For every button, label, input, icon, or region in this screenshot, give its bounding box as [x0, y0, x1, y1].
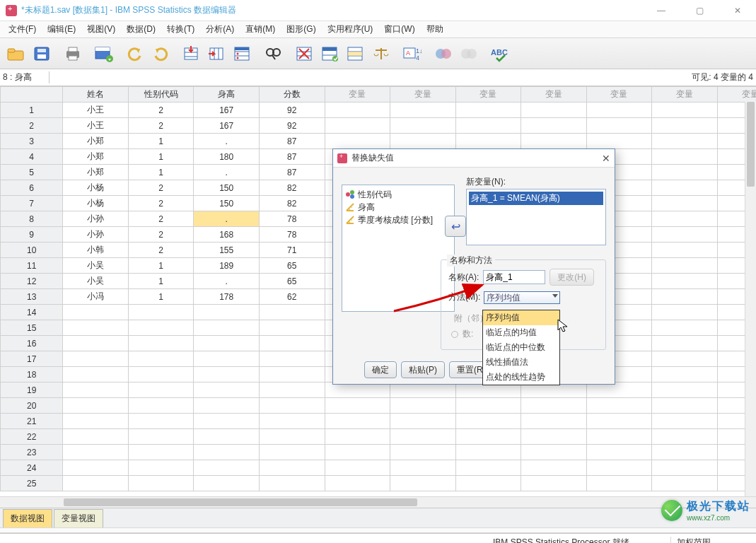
grid-cell[interactable] — [521, 460, 587, 476]
grid-cell[interactable] — [652, 118, 718, 134]
grid-cell[interactable] — [652, 165, 718, 180]
menu-analyze[interactable]: 分析(A) — [202, 22, 238, 37]
menu-data[interactable]: 数据(D) — [122, 22, 160, 37]
grid-cell[interactable] — [652, 243, 718, 258]
grid-cell[interactable]: 92 — [259, 118, 325, 134]
row-header[interactable]: 24 — [1, 460, 63, 476]
grid-cell[interactable] — [128, 383, 194, 398]
grid-cell[interactable]: 1 — [128, 165, 194, 180]
table-row[interactable]: 3小郑1.87 — [1, 134, 757, 149]
grid-cell[interactable] — [455, 103, 521, 118]
grid-cell[interactable] — [63, 320, 129, 336]
grid-cell[interactable] — [325, 476, 390, 491]
var-item[interactable]: 性别代码 — [358, 189, 392, 201]
print-icon[interactable] — [61, 42, 85, 66]
col-height[interactable]: 身高 — [194, 87, 260, 103]
grid-cell[interactable]: 2 — [128, 227, 194, 243]
redo-icon[interactable] — [149, 42, 173, 66]
grid-cell[interactable] — [652, 367, 718, 383]
grid-cell[interactable] — [259, 398, 325, 414]
grid-cell[interactable] — [128, 429, 194, 445]
col-empty[interactable]: 变量 — [455, 87, 521, 103]
grid-cell[interactable] — [652, 351, 718, 367]
row-header[interactable]: 23 — [1, 445, 63, 460]
grid-cell[interactable] — [259, 460, 325, 476]
grid-cell[interactable] — [586, 103, 652, 118]
row-header[interactable]: 18 — [1, 367, 63, 383]
grid-cell[interactable] — [521, 398, 587, 414]
grid-cell[interactable] — [652, 258, 718, 274]
grid-cell[interactable] — [455, 476, 521, 491]
grid-cell[interactable] — [63, 476, 129, 491]
grid-cell[interactable] — [194, 476, 260, 491]
menu-utilities[interactable]: 实用程序(U) — [323, 22, 378, 37]
grid-cell[interactable] — [128, 305, 194, 320]
grid-cell[interactable]: 小杨 — [63, 180, 129, 196]
grid-cell[interactable] — [259, 336, 325, 351]
grid-cell[interactable] — [455, 445, 521, 460]
grid-cell[interactable] — [390, 414, 456, 429]
grid-cell[interactable] — [455, 118, 521, 134]
grid-cell[interactable]: 150 — [194, 196, 260, 211]
grid-cell[interactable]: 小吴 — [63, 258, 129, 274]
col-name[interactable]: 姓名 — [63, 87, 129, 103]
dialog-close-icon[interactable]: ✕ — [602, 153, 610, 164]
grid-cell[interactable]: 87 — [259, 149, 325, 165]
grid-cell[interactable] — [128, 398, 194, 414]
sets-icon[interactable] — [431, 42, 455, 66]
grid-cell[interactable] — [390, 429, 456, 445]
row-header[interactable]: 12 — [1, 274, 63, 289]
grid-cell[interactable]: 2 — [128, 180, 194, 196]
grid-cell[interactable] — [652, 414, 718, 429]
tab-variable-view[interactable]: 变量视图 — [54, 509, 103, 527]
grid-cell[interactable] — [194, 320, 260, 336]
open-icon[interactable] — [4, 42, 28, 66]
vertical-scrollbar[interactable] — [745, 102, 756, 496]
grid-cell[interactable]: 1 — [128, 274, 194, 289]
grid-cell[interactable] — [652, 149, 718, 165]
grid-cell[interactable] — [259, 476, 325, 491]
close-button[interactable]: ✕ — [725, 6, 750, 16]
grid-cell[interactable] — [194, 367, 260, 383]
grid-cell[interactable] — [586, 445, 652, 460]
select-cases-icon[interactable] — [344, 42, 368, 66]
move-right-button[interactable]: ↩ — [445, 216, 466, 237]
grid-cell[interactable]: 2 — [128, 196, 194, 211]
col-empty[interactable]: 变量 — [652, 87, 718, 103]
grid-cell[interactable] — [259, 367, 325, 383]
grid-cell[interactable] — [521, 476, 587, 491]
grid-cell[interactable] — [455, 398, 521, 414]
grid-cell[interactable]: 178 — [194, 289, 260, 305]
table-row[interactable]: 23 — [1, 445, 757, 460]
sets2-icon[interactable] — [457, 42, 481, 66]
save-icon[interactable] — [30, 42, 54, 66]
method-dropdown-list[interactable]: 序列均值 临近点的均值 临近点的中位数 线性插值法 点处的线性趋势 — [482, 310, 560, 385]
row-header[interactable]: 17 — [1, 351, 63, 367]
grid-cell[interactable] — [586, 118, 652, 134]
grid-cell[interactable]: 87 — [259, 165, 325, 180]
col-gender[interactable]: 性别代码 — [128, 87, 194, 103]
grid-cell[interactable] — [586, 398, 652, 414]
col-empty[interactable]: 变量 — [586, 87, 652, 103]
grid-cell[interactable] — [325, 445, 390, 460]
table-row[interactable]: 21 — [1, 414, 757, 429]
grid-cell[interactable]: 小王 — [63, 103, 129, 118]
grid-cell[interactable] — [194, 336, 260, 351]
ok-button[interactable]: 确定 — [364, 361, 397, 378]
scale-icon[interactable] — [369, 42, 393, 66]
grid-cell[interactable] — [128, 445, 194, 460]
grid-cell[interactable]: 小郑 — [63, 165, 129, 180]
grid-cell[interactable] — [652, 211, 718, 227]
grid-cell[interactable] — [194, 460, 260, 476]
grid-cell[interactable] — [521, 429, 587, 445]
grid-cell[interactable] — [194, 305, 260, 320]
grid-cell[interactable] — [128, 320, 194, 336]
grid-cell[interactable]: 180 — [194, 149, 260, 165]
grid-cell[interactable] — [521, 445, 587, 460]
grid-cell[interactable] — [128, 367, 194, 383]
grid-cell[interactable]: 82 — [259, 180, 325, 196]
grid-cell[interactable] — [325, 460, 390, 476]
row-header[interactable]: 11 — [1, 258, 63, 274]
grid-cell[interactable] — [652, 398, 718, 414]
dropdown-option[interactable]: 点处的线性趋势 — [483, 370, 559, 385]
